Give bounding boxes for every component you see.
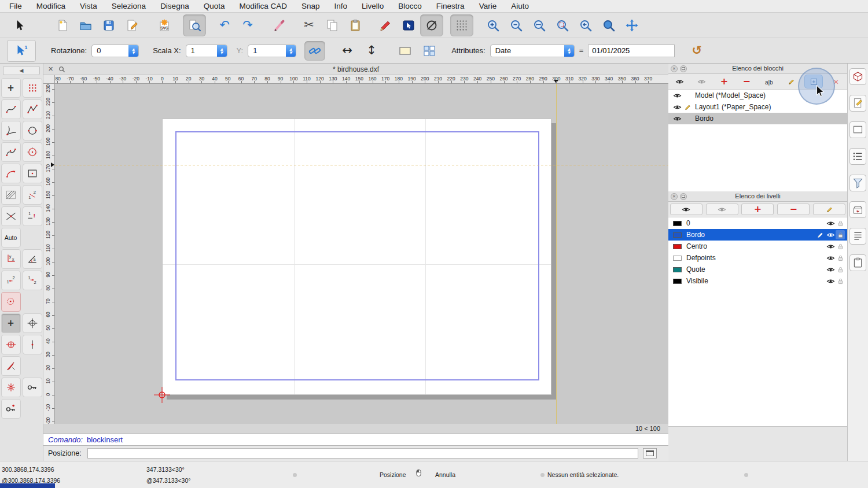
dimension-ratio-tool[interactable]: 21 [23, 185, 42, 205]
freehand-line-tool[interactable] [1, 99, 21, 119]
svg-export-button[interactable]: SVG [153, 14, 176, 36]
layer-lock-icon[interactable] [836, 253, 845, 263]
block-list-toggle-button[interactable] [849, 148, 866, 165]
link-scales-button[interactable] [304, 41, 325, 61]
library-browser-button[interactable] [849, 68, 866, 85]
layer-row-quote[interactable]: Quote [668, 264, 847, 275]
rotation-combo[interactable]: 0 ▲▼ [91, 45, 139, 57]
snap-free-tool[interactable]: + [1, 313, 21, 333]
block-visible-icon[interactable] [672, 114, 682, 123]
snap-center-tool[interactable] [1, 335, 21, 354]
undo-button[interactable]: ↶ [213, 14, 236, 36]
layer-row-defpoints[interactable]: Defpoints [668, 252, 847, 264]
zoom-selection-button[interactable] [551, 14, 574, 36]
restrict-nothing-button[interactable] [420, 14, 443, 36]
hide-all-blocks-button[interactable] [693, 75, 711, 88]
menu-item-file[interactable]: File [9, 2, 22, 10]
menu-item-finestra[interactable]: Finestra [436, 2, 465, 10]
layer-visible-icon[interactable] [825, 219, 836, 228]
intersection-tool[interactable] [1, 206, 21, 226]
polar-coordinate-tool[interactable]: a [23, 249, 42, 269]
add-layer-button[interactable]: + [741, 204, 774, 215]
current-tool-indicator[interactable]: 1 [7, 40, 36, 62]
snap-needle-tool[interactable] [1, 356, 21, 376]
menu-item-modifica[interactable]: Modifica [36, 2, 65, 10]
collapse-toolbox-button[interactable]: ◀ [3, 66, 40, 75]
menu-item-modifica-cad[interactable]: Modifica CAD [239, 2, 287, 10]
clipboard-panel-button[interactable] [849, 254, 866, 271]
circle-2point-tool[interactable] [23, 121, 42, 141]
layer-row-bordo[interactable]: Bordo [668, 229, 847, 241]
selection-mode-button[interactable] [397, 14, 420, 36]
block-visible-icon[interactable] [672, 91, 682, 100]
array-insert-button[interactable] [419, 41, 440, 61]
layer-list-toggle-button[interactable] [849, 228, 866, 245]
spline-tool[interactable] [1, 142, 21, 162]
layer-lock-icon[interactable] [836, 230, 845, 239]
menu-item-varie[interactable]: Varie [479, 2, 497, 10]
redo-button[interactable]: ↷ [236, 14, 259, 36]
menu-item-vista[interactable]: Vista [80, 2, 97, 10]
remove-layer-button[interactable]: − [777, 204, 810, 215]
reset-rotation-button[interactable]: ↺ [686, 41, 707, 61]
block-visible-icon[interactable] [672, 103, 682, 112]
save-file-button[interactable] [97, 14, 120, 36]
new-file-button[interactable] [51, 14, 74, 36]
point-tool[interactable]: + [1, 78, 21, 98]
scale-y-combo[interactable]: 1 ▲▼ [248, 45, 296, 57]
layer-row-visibile[interactable]: Visibile [668, 275, 847, 287]
layer-visible-icon[interactable] [825, 254, 836, 263]
zoom-previous-button[interactable] [574, 14, 597, 36]
add-block-button[interactable]: + [716, 75, 733, 88]
rename-block-button[interactable]: a|b [760, 75, 778, 88]
selection-pointer-button[interactable] [8, 14, 31, 36]
attributes-combo[interactable]: Date ▲▼ [490, 45, 575, 57]
layer-visible-icon[interactable] [825, 265, 836, 274]
auto-zoom-button[interactable] [528, 14, 551, 36]
layer-visible-icon[interactable] [825, 242, 836, 251]
snap-selection-tool[interactable] [1, 292, 21, 312]
show-all-blocks-button[interactable] [671, 75, 688, 88]
block-row-model-model-space[interactable]: Model (*Model_Space) [668, 90, 847, 101]
layer-lock-icon[interactable] [836, 265, 845, 274]
pan-button[interactable] [620, 14, 643, 36]
flip-vertical-button[interactable]: ↕ [361, 41, 382, 61]
snap-reference-tool[interactable] [1, 378, 21, 397]
layer-visible-icon[interactable] [825, 231, 836, 239]
zoom-window-button[interactable] [597, 14, 620, 36]
single-insert-button[interactable] [395, 41, 415, 61]
insert-block-button[interactable] [805, 75, 822, 88]
close-block-edit-button[interactable]: ✕ [827, 75, 845, 88]
rectangle-tool[interactable] [23, 164, 42, 183]
ordinate-dimension-tool-1[interactable]: 12 [1, 271, 21, 290]
stepper-icon[interactable]: ▲▼ [128, 45, 138, 57]
menu-item-aiuto[interactable]: Aiuto [511, 2, 529, 10]
ordinate-dimension-tool-2[interactable]: 12 [23, 271, 42, 290]
menu-item-blocco[interactable]: Blocco [398, 2, 422, 10]
edit-block-button[interactable] [782, 75, 800, 88]
circle-center-tool[interactable] [23, 142, 42, 162]
arc-tangent-tool[interactable] [1, 121, 21, 141]
paste-button[interactable] [344, 14, 367, 36]
leader-tool[interactable]: !1 [23, 206, 42, 226]
drawing-canvas[interactable] [55, 84, 668, 424]
layer-lock-icon[interactable] [836, 276, 845, 286]
layer-edit-icon[interactable] [815, 231, 825, 239]
block-row-layout1-paper-space[interactable]: Layout1 (*Paper_Space) [668, 101, 847, 113]
selection-filter-button[interactable] [849, 175, 866, 191]
auto-snap-button[interactable]: Auto [1, 228, 21, 247]
position-input[interactable] [87, 448, 638, 459]
print-preview-button[interactable] [183, 14, 206, 36]
snap-endpoint-tool[interactable] [23, 335, 42, 354]
layer-row-centro[interactable]: Centro [668, 241, 847, 252]
stepper-icon[interactable]: ▲▼ [564, 45, 574, 57]
zoom-in-button[interactable] [481, 14, 505, 36]
hide-all-layers-button[interactable] [706, 204, 738, 215]
flip-horizontal-button[interactable]: ↔ [337, 41, 358, 61]
copy-button[interactable] [321, 14, 344, 36]
edit-layer-button[interactable] [813, 204, 845, 215]
layer-row-0[interactable]: 0 [668, 217, 847, 229]
block-row-bordo[interactable]: Bordo [668, 113, 847, 124]
menu-item-snap[interactable]: Snap [301, 2, 320, 10]
hatch-tool[interactable] [1, 185, 21, 205]
